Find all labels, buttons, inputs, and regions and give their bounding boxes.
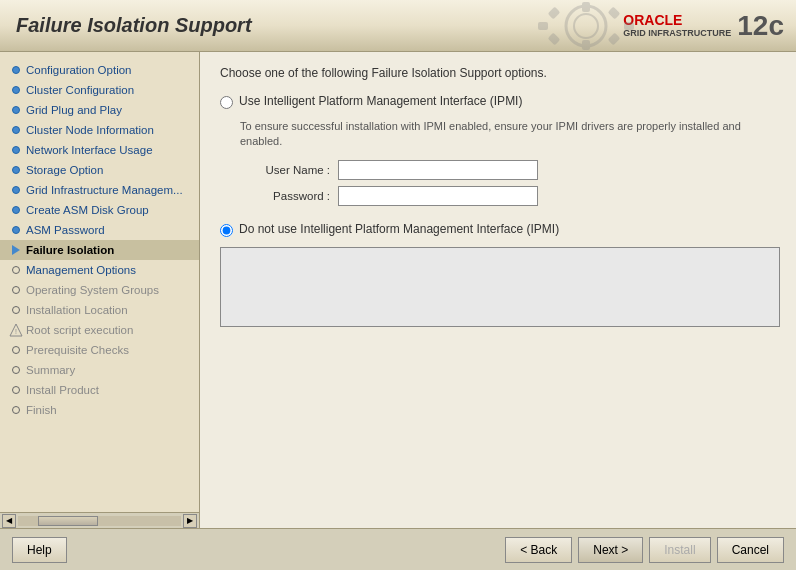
password-input[interactable] (338, 186, 538, 206)
svg-rect-8 (548, 33, 561, 46)
dot-create-asm-disk-group (12, 206, 20, 214)
svg-rect-2 (582, 2, 590, 12)
content-area: Choose one of the following Failure Isol… (200, 52, 796, 528)
dot-asm-password (12, 226, 20, 234)
username-row: User Name : (240, 160, 776, 180)
dot-configuration-option (12, 66, 20, 74)
content-description: Choose one of the following Failure Isol… (220, 66, 776, 80)
sidebar-item-management-options[interactable]: Management Options (0, 260, 199, 280)
svg-point-1 (574, 14, 598, 38)
password-label: Password : (240, 190, 330, 202)
dot-network-interface-usage (12, 146, 20, 154)
footer-right: < Back Next > Install Cancel (505, 537, 784, 563)
dot-grid-plug-and-play (12, 106, 20, 114)
sidebar-label-management-options: Management Options (26, 264, 136, 276)
sidebar-label-storage-option: Storage Option (26, 164, 103, 176)
sidebar-label-configuration-option: Configuration Option (26, 64, 131, 76)
page-title: Failure Isolation Support (16, 14, 252, 37)
sidebar-item-create-asm-disk-group[interactable]: Create ASM Disk Group (0, 200, 199, 220)
sidebar-item-asm-password[interactable]: ASM Password (0, 220, 199, 240)
password-row: Password : (240, 186, 776, 206)
scrollbar-thumb[interactable] (38, 516, 98, 526)
svg-text:!: ! (15, 328, 17, 335)
dot-summary (12, 366, 20, 374)
sidebar-item-finish: Finish (0, 400, 199, 420)
sidebar-label-cluster-configuration: Cluster Configuration (26, 84, 134, 96)
scroll-left-arrow[interactable]: ◀ (2, 514, 16, 528)
output-text-area (220, 247, 780, 327)
dot-cluster-configuration (12, 86, 20, 94)
sidebar-item-install-product: Install Product (0, 380, 199, 400)
username-input[interactable] (338, 160, 538, 180)
sidebar-item-configuration-option[interactable]: Configuration Option (0, 60, 199, 80)
sidebar-label-asm-password: ASM Password (26, 224, 105, 236)
oracle-version-label: 12c (737, 10, 784, 42)
option2-container: Do not use Intelligent Platform Manageme… (220, 222, 776, 237)
sidebar-label-grid-infrastructure-management: Grid Infrastructure Managem... (26, 184, 183, 196)
next-button[interactable]: Next > (578, 537, 643, 563)
install-button[interactable]: Install (649, 537, 710, 563)
username-label: User Name : (240, 164, 330, 176)
sidebar: Configuration Option Cluster Configurati… (0, 52, 200, 528)
dot-storage-option (12, 166, 20, 174)
option2-label[interactable]: Do not use Intelligent Platform Manageme… (239, 222, 559, 236)
sidebar-label-install-product: Install Product (26, 384, 99, 396)
header: Failure Isolation Support ORACLE GRID IN… (0, 0, 796, 52)
oracle-logo: ORACLE GRID INFRASTRUCTURE 12c (623, 10, 784, 42)
sidebar-item-network-interface-usage[interactable]: Network Interface Usage (0, 140, 199, 160)
option1-container: Use Intelligent Platform Management Inte… (220, 94, 776, 109)
sidebar-item-failure-isolation[interactable]: Failure Isolation (0, 240, 199, 260)
warning-icon: ! (9, 323, 23, 337)
oracle-brand: ORACLE (623, 12, 731, 28)
dot-management-options (12, 266, 20, 274)
sidebar-label-grid-plug-and-play: Grid Plug and Play (26, 104, 122, 116)
sidebar-item-grid-infrastructure-management[interactable]: Grid Infrastructure Managem... (0, 180, 199, 200)
sidebar-label-cluster-node-information: Cluster Node Information (26, 124, 154, 136)
sidebar-item-installation-location: Installation Location (0, 300, 199, 320)
option2-radio[interactable] (220, 224, 233, 237)
svg-rect-3 (582, 40, 590, 50)
dot-cluster-node-information (12, 126, 20, 134)
sidebar-item-cluster-node-information[interactable]: Cluster Node Information (0, 120, 199, 140)
sidebar-item-grid-plug-and-play[interactable]: Grid Plug and Play (0, 100, 199, 120)
option1-sublabel: To ensure successful installation with I… (240, 119, 776, 150)
sidebar-label-installation-location: Installation Location (26, 304, 128, 316)
svg-rect-9 (608, 7, 621, 20)
oracle-product-label: GRID INFRASTRUCTURE (623, 28, 731, 39)
footer-left: Help (12, 537, 67, 563)
sidebar-scrollbar[interactable]: ◀ ▶ (0, 512, 200, 528)
sidebar-item-prerequisite-checks: Prerequisite Checks (0, 340, 199, 360)
dot-operating-system-groups (12, 286, 20, 294)
svg-rect-5 (624, 22, 634, 30)
scrollbar-track[interactable] (18, 516, 181, 526)
option1-label[interactable]: Use Intelligent Platform Management Inte… (239, 94, 522, 108)
scroll-right-arrow[interactable]: ▶ (183, 514, 197, 528)
sidebar-label-prerequisite-checks: Prerequisite Checks (26, 344, 129, 356)
sidebar-label-failure-isolation: Failure Isolation (26, 244, 114, 256)
sidebar-label-finish: Finish (26, 404, 57, 416)
gear-decoration-icon (536, 0, 636, 52)
svg-rect-6 (548, 7, 561, 20)
sidebar-label-network-interface-usage: Network Interface Usage (26, 144, 153, 156)
main-container: Configuration Option Cluster Configurati… (0, 52, 796, 528)
back-button[interactable]: < Back (505, 537, 572, 563)
sidebar-label-root-script-execution: Root script execution (26, 324, 133, 336)
svg-rect-7 (608, 33, 621, 46)
sidebar-item-storage-option[interactable]: Storage Option (0, 160, 199, 180)
sidebar-label-operating-system-groups: Operating System Groups (26, 284, 159, 296)
cancel-button[interactable]: Cancel (717, 537, 784, 563)
dot-installation-location (12, 306, 20, 314)
sidebar-label-create-asm-disk-group: Create ASM Disk Group (26, 204, 149, 216)
dot-install-product (12, 386, 20, 394)
dot-finish (12, 406, 20, 414)
footer: Help < Back Next > Install Cancel (0, 528, 796, 570)
sidebar-item-root-script-execution: ! Root script execution (0, 320, 199, 340)
sidebar-label-summary: Summary (26, 364, 75, 376)
svg-rect-4 (538, 22, 548, 30)
sidebar-item-cluster-configuration[interactable]: Cluster Configuration (0, 80, 199, 100)
sidebar-item-operating-system-groups: Operating System Groups (0, 280, 199, 300)
help-button[interactable]: Help (12, 537, 67, 563)
dot-failure-isolation (12, 245, 20, 255)
option1-radio[interactable] (220, 96, 233, 109)
dot-grid-infrastructure (12, 186, 20, 194)
